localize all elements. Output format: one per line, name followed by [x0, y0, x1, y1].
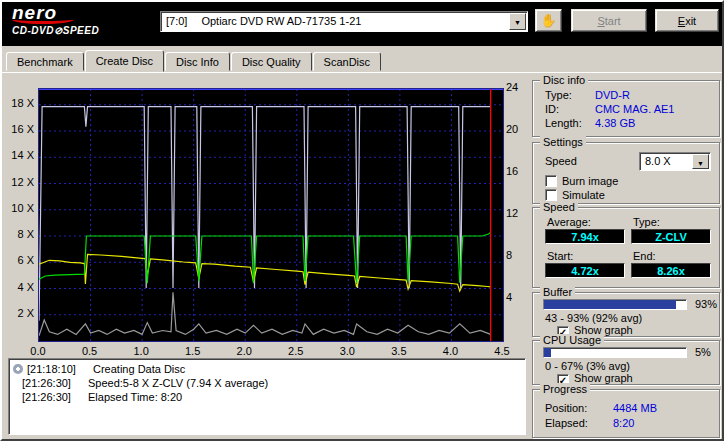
- write-speed-line: [39, 233, 491, 284]
- x-axis-tick: 2.0: [232, 345, 256, 357]
- position-label: Position:: [545, 402, 587, 414]
- cpu-range: 0 - 67% (3% avg): [545, 360, 630, 372]
- burn-image-checkbox[interactable]: Burn image: [545, 175, 618, 188]
- write-type-value: Z-CLV: [631, 229, 711, 244]
- drive-bus: [7:0]: [166, 15, 187, 27]
- y-axis-tick: 18 X: [4, 97, 34, 109]
- tabpage-top-edge: [2, 72, 722, 73]
- y-axis-tick: 4 X: [4, 281, 34, 293]
- y-axis-tick: 2 X: [4, 307, 34, 319]
- tab-benchmark[interactable]: Benchmark: [6, 52, 84, 71]
- disc-id-value: CMC MAG. AE1: [595, 103, 674, 115]
- drive-selector-dropdown-button[interactable]: ▼: [509, 13, 526, 30]
- right-axis-tick: 16: [506, 165, 526, 177]
- event-log: [21:18:10]Creating Data Disc [21:26:30]S…: [8, 358, 526, 435]
- group-title: Buffer: [540, 286, 575, 298]
- average-speed-value: 7.94x: [545, 229, 625, 244]
- log-time: [21:26:30]: [22, 390, 80, 404]
- buffer-bar: [543, 299, 687, 310]
- x-axis-tick: 3.5: [387, 345, 411, 357]
- log-text: Elapsed Time: 8:20: [80, 391, 182, 403]
- log-line: [21:26:30]Elapsed Time: 8:20: [13, 390, 521, 404]
- y-axis-tick: 14 X: [4, 149, 34, 161]
- y-axis-tick: 16 X: [4, 123, 34, 135]
- end-label: End:: [633, 250, 656, 262]
- group-title: Settings: [540, 136, 586, 148]
- y-axis-tick: 8 X: [4, 228, 34, 240]
- buffer-group: Buffer 93% 43 - 93% (92% avg) Show graph: [532, 292, 720, 337]
- end-speed-value: 8.26x: [631, 263, 711, 278]
- tab-create-disc[interactable]: Create Disc: [85, 50, 164, 72]
- right-axis-tick: 12: [506, 207, 526, 219]
- start-button[interactable]: Start: [571, 9, 647, 32]
- hand-icon: ✋: [540, 13, 556, 28]
- start-button-rest: tart: [605, 15, 621, 27]
- disc-length-value: 4.38 GB: [595, 117, 635, 129]
- titlebar: nero CD-DVD⊘SPEED [7:0]Optiarc DVD RW AD…: [2, 2, 722, 46]
- y-axis-tick: 6 X: [4, 254, 34, 266]
- log-text: Speed:5-8 X Z-CLV (7.94 X average): [80, 377, 268, 389]
- progress-group: Progress Position: 4484 MB Elapsed: 8:20: [532, 389, 720, 438]
- disc-length-label: Length:: [545, 117, 582, 129]
- nero-logo: nero CD-DVD⊘SPEED: [12, 4, 152, 36]
- speed-select-dropdown-button[interactable]: ▼: [692, 154, 709, 169]
- settings-group: Settings Speed 8.0 X ▼ Burn image Simula…: [532, 142, 720, 204]
- position-value: 4484 MB: [613, 402, 657, 414]
- x-axis-tick: 0.5: [78, 345, 102, 357]
- exit-button[interactable]: Exit: [655, 9, 719, 32]
- disc-type-value: DVD-R: [595, 89, 630, 101]
- exit-button-rest: xit: [685, 15, 696, 27]
- rotation-speed-line: [39, 254, 491, 291]
- tab-bar: BenchmarkCreate DiscDisc InfoDisc Qualit…: [6, 50, 382, 72]
- start-button-accel: S: [597, 15, 604, 27]
- elapsed-value: 8:20: [613, 417, 634, 429]
- disc-event-icon: [13, 364, 23, 374]
- buffer-percent: 93%: [695, 298, 717, 310]
- disc-info-group: Disc info Type: DVD-R ID: CMC MAG. AE1 L…: [532, 80, 720, 137]
- cpu-group: CPU Usage 5% 0 - 67% (3% avg) Show graph: [532, 340, 720, 385]
- log-time: [21:26:30]: [22, 376, 80, 390]
- x-axis-tick: 3.0: [335, 345, 359, 357]
- type-label: Type:: [633, 216, 660, 228]
- log-line: [21:26:30]Speed:5-8 X Z-CLV (7.94 X aver…: [13, 376, 521, 390]
- x-axis-tick: 0.0: [26, 345, 50, 357]
- group-title: Disc info: [540, 74, 588, 86]
- tab-disc-info[interactable]: Disc Info: [165, 52, 230, 71]
- tab-disc-quality[interactable]: Disc Quality: [231, 52, 312, 71]
- log-line: [21:18:10]Creating Data Disc: [13, 362, 521, 376]
- speed-select[interactable]: 8.0 X ▼: [639, 152, 711, 171]
- cpu-percent: 5%: [695, 346, 711, 358]
- cpu-bar-fill: [544, 348, 551, 357]
- drive-selector[interactable]: [7:0]Optiarc DVD RW AD-71735 1-21 ▼: [160, 11, 528, 32]
- log-time: [21:18:10]: [27, 362, 85, 376]
- chart-plot: [38, 88, 504, 342]
- y-axis-tick: 12 X: [4, 176, 34, 188]
- buffer-bar-fill: [544, 300, 676, 309]
- x-axis-tick: 4.5: [490, 345, 514, 357]
- x-axis-tick: 1.5: [181, 345, 205, 357]
- group-title: Speed: [540, 201, 578, 213]
- nero-cdspeed-window: nero CD-DVD⊘SPEED [7:0]Optiarc DVD RW AD…: [0, 0, 724, 441]
- drive-name: Optiarc DVD RW AD-71735 1-21: [201, 15, 361, 27]
- tab-scandisc[interactable]: ScanDisc: [313, 52, 381, 71]
- logo-subtitle: CD-DVD⊘SPEED: [12, 25, 152, 36]
- buffer-range: 43 - 93% (92% avg): [545, 312, 642, 324]
- checkbox-label: Burn image: [562, 175, 618, 187]
- group-title: Progress: [540, 383, 590, 395]
- chevron-down-icon: ▼: [514, 19, 521, 26]
- right-axis-tick: 8: [506, 249, 526, 261]
- cpu-bar: [543, 347, 687, 358]
- chevron-down-icon: ▼: [697, 160, 704, 167]
- checkbox-unchecked-icon: [545, 175, 557, 187]
- speed-select-value: 8.0 X: [645, 155, 671, 167]
- speed-group: Speed Average: Type: 7.94x Z-CLV Start: …: [532, 207, 720, 288]
- group-title: CPU Usage: [540, 334, 604, 346]
- hand-button[interactable]: ✋: [535, 9, 562, 32]
- x-axis-tick: 2.5: [284, 345, 308, 357]
- checkbox-label: Simulate: [562, 189, 605, 201]
- right-axis-tick: 20: [506, 123, 526, 135]
- start-speed-value: 4.72x: [545, 263, 625, 278]
- checkbox-unchecked-icon: [545, 189, 557, 201]
- average-label: Average:: [547, 216, 591, 228]
- disc-type-label: Type:: [545, 89, 572, 101]
